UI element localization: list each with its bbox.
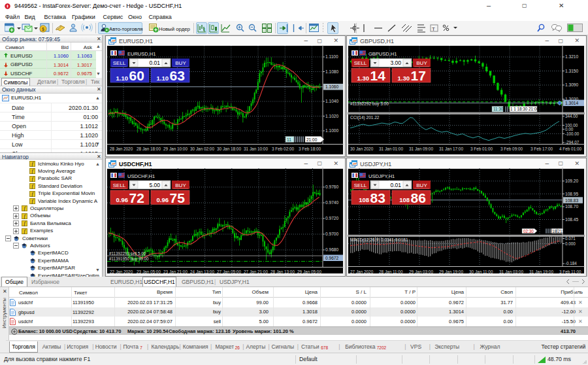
svg-text:$: $ bbox=[42, 27, 44, 32]
svg-text:T: T bbox=[432, 26, 435, 32]
svg-text:1: 1 bbox=[203, 27, 206, 32]
